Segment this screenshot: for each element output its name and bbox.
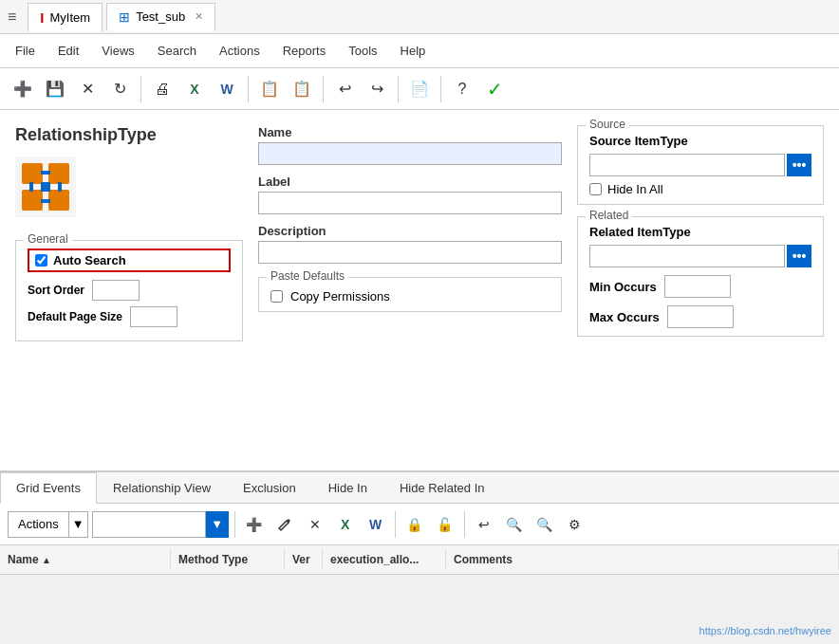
grid-col-comments[interactable]: Comments (446, 549, 839, 570)
new-button[interactable]: ➕ (8, 74, 38, 104)
grid-col-execution[interactable]: execution_allo... (323, 549, 446, 570)
search-btn[interactable]: 🔍 (501, 511, 528, 538)
menu-actions[interactable]: Actions (208, 38, 271, 64)
actions-dropdown: Actions ▼ (8, 511, 88, 538)
rel-icon-svg (22, 163, 69, 211)
min-occurs-input[interactable] (664, 275, 731, 298)
max-occurs-input[interactable] (667, 305, 734, 328)
pick-related-input[interactable]: Pick Related (92, 511, 206, 538)
hide-in-all-label: Hide In All (607, 182, 663, 196)
col-execution-label: execution_allo... (330, 553, 419, 566)
related-itemtype-input[interactable]: SubItem (589, 245, 785, 267)
excel-button[interactable]: X (179, 74, 210, 104)
default-page-size-input[interactable] (130, 306, 177, 327)
related-group: Related Related ItemType SubItem ••• Min… (577, 216, 824, 337)
delete-button[interactable]: ✕ (72, 74, 103, 104)
menu-edit[interactable]: Edit (47, 38, 90, 64)
unlock-button[interactable]: 🔓 (432, 511, 458, 538)
sort-order-input[interactable]: 3 (92, 280, 140, 301)
tab-grid-events[interactable]: Grid Events (0, 472, 97, 504)
tab-myitem[interactable]: I MyItem (28, 3, 103, 31)
toolbar-separator-1 (140, 76, 141, 102)
name-group: Name Test_sub (258, 125, 562, 165)
copy-button[interactable]: 📋 (254, 74, 285, 104)
chevron-down-icon: ▼ (72, 517, 84, 531)
menu-reports[interactable]: Reports (271, 38, 338, 64)
label-input[interactable]: Test_sub (258, 192, 562, 214)
menu-help[interactable]: Help (389, 38, 438, 64)
paste-button[interactable]: 📋 (287, 74, 317, 104)
export-excel-button[interactable]: X (332, 511, 359, 538)
svg-rect-5 (29, 182, 33, 192)
source-group-label: Source (586, 118, 629, 131)
pick-related-group: Pick Related ▼ (92, 511, 229, 538)
auto-search-label: Auto Search (53, 253, 126, 267)
source-browse-button[interactable]: ••• (787, 154, 811, 176)
undo-button[interactable]: ↩ (329, 74, 360, 104)
menu-file[interactable]: File (4, 38, 47, 64)
promote-button[interactable]: ↩ (471, 511, 497, 538)
word-button[interactable]: W (212, 74, 242, 104)
grid-header: Name ▲ Method Type Ver execution_allo...… (0, 545, 839, 575)
sort-order-row: Sort Order 3 (28, 280, 231, 301)
label-group: Label Test_sub (258, 175, 562, 214)
svg-rect-3 (48, 190, 69, 211)
source-group: Source Source ItemType MyItem ••• Hide I… (577, 125, 824, 205)
grid-col-ver[interactable]: Ver (285, 549, 323, 570)
copy-permissions-checkbox[interactable] (270, 290, 283, 303)
description-label: Description (258, 224, 562, 238)
auto-search-checkbox[interactable] (35, 254, 47, 267)
hide-in-all-checkbox[interactable] (589, 183, 602, 195)
general-group-label: General (24, 232, 72, 246)
bottom-toolbar: Actions ▼ Pick Related ▼ ➕ ✕ X W 🔒 🔓 ↩ 🔍… (0, 504, 839, 545)
testsub-icon: ⊞ (119, 9, 130, 25)
checkmark-button[interactable]: ✓ (479, 74, 510, 104)
svg-rect-2 (22, 190, 43, 211)
filter-button[interactable]: ⚙ (562, 511, 588, 538)
close-icon[interactable]: ✕ (195, 10, 203, 23)
print-button[interactable]: 🖨 (147, 74, 177, 104)
tab-hide-related-in[interactable]: Hide Related In (383, 472, 501, 503)
redo-button[interactable]: ↪ (362, 74, 392, 104)
save-button[interactable]: 💾 (40, 74, 70, 104)
name-label: Name (258, 125, 562, 139)
menu-views[interactable]: Views (90, 38, 145, 64)
delete-row-button[interactable]: ✕ (302, 511, 328, 538)
col-comments-label: Comments (454, 553, 513, 566)
document-button[interactable]: 📄 (404, 74, 435, 104)
edit-row-button[interactable] (271, 511, 298, 538)
refresh-button[interactable]: ↻ (104, 74, 135, 104)
copy-permissions-label: Copy Permissions (290, 289, 390, 304)
actions-button[interactable]: Actions (8, 511, 69, 538)
description-input[interactable]: JustTest (258, 241, 562, 264)
filter-remove-button[interactable]: 🔍 (531, 511, 558, 538)
paste-defaults-label: Paste Defaults (267, 269, 348, 283)
grid-col-method-type[interactable]: Method Type (171, 549, 285, 570)
actions-arrow[interactable]: ▼ (69, 511, 88, 538)
pick-related-dropdown-button[interactable]: ▼ (206, 511, 229, 538)
source-itemtype-input[interactable]: MyItem (589, 154, 785, 176)
name-input[interactable]: Test_sub (258, 142, 562, 165)
watermark: https://blog.csdn.net/hwyiree (699, 625, 831, 636)
tab-testsub[interactable]: ⊞ Test_sub ✕ (106, 3, 215, 31)
main-content: RelationshipType General Auto Search (0, 110, 839, 470)
related-browse-button[interactable]: ••• (787, 245, 811, 267)
tab-hide-in[interactable]: Hide In (312, 472, 383, 503)
tab-relationship-view[interactable]: Relationship View (97, 472, 227, 503)
svg-rect-6 (58, 182, 62, 192)
edit-icon (277, 517, 292, 532)
menu-search[interactable]: Search (146, 38, 208, 64)
export-word-button[interactable]: W (363, 511, 389, 538)
tab-exclusion[interactable]: Exclusion (227, 472, 312, 503)
right-panel: Source Source ItemType MyItem ••• Hide I… (577, 125, 824, 455)
svg-rect-1 (48, 163, 69, 184)
lock-button[interactable]: 🔒 (401, 511, 428, 538)
grid-col-name[interactable]: Name ▲ (0, 549, 171, 570)
hamburger-menu[interactable]: ≡ (8, 9, 16, 26)
add-row-button[interactable]: ➕ (241, 511, 268, 538)
help-button[interactable]: ? (447, 74, 477, 104)
auto-search-row: Auto Search (28, 248, 231, 272)
menu-tools[interactable]: Tools (337, 38, 388, 64)
sort-ascending-icon: ▲ (42, 555, 51, 565)
description-group: Description JustTest (258, 224, 562, 264)
